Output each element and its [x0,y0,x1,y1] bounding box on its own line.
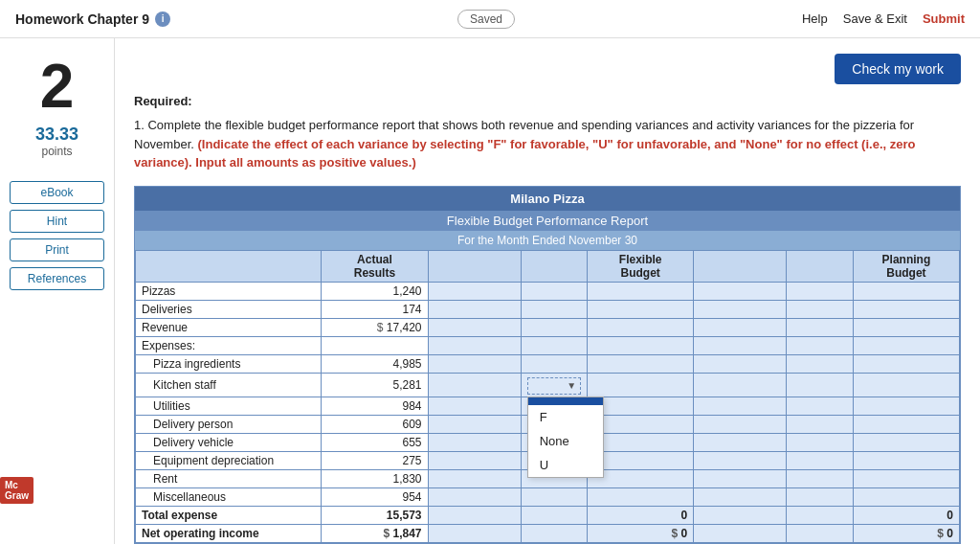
input-ind1-pizzas[interactable] [527,284,581,298]
input-ind1-deliveries[interactable] [527,303,581,316]
input-plan-equipment-depreciation[interactable] [859,454,953,467]
input-flex-miscellaneous[interactable] [593,490,687,504]
table-row-expenses-header: Expenses: [136,336,960,354]
info-icon[interactable]: i [155,11,170,27]
input-var1-utilities[interactable] [434,399,515,413]
input-var1-net-income[interactable] [434,527,515,540]
references-button[interactable]: References [10,267,104,290]
input-ind2-net-income[interactable] [792,527,846,540]
input-ind2-equipment-depreciation[interactable] [792,454,846,467]
print-button[interactable]: Print [10,238,104,261]
input-var1-total-expense[interactable] [434,509,515,522]
input-var2-pizzas[interactable] [700,284,780,298]
input-ind2-pizzas[interactable] [792,284,846,298]
input-ind2-pizza-ingredients[interactable] [792,357,846,371]
input-plan-utilities[interactable] [859,399,953,413]
dropdown-item-none[interactable]: None [528,429,603,453]
input-var1-delivery-vehicle[interactable] [434,436,515,449]
input-var2-kitchen-staff[interactable] [700,378,780,392]
input-flex-deliveries[interactable] [593,303,687,316]
check-work-row: Check my work [134,54,961,84]
input-plan-revenue[interactable] [859,321,953,334]
input-var2-deliveries[interactable] [700,303,780,316]
hint-button[interactable]: Hint [10,210,104,233]
row-var1-pizzas[interactable] [428,282,521,300]
input-var2-delivery-vehicle[interactable] [700,436,780,449]
input-ind2-total-expense[interactable] [792,509,846,522]
input-flex-pizzas[interactable] [593,284,687,298]
input-plan-pizzas[interactable] [859,284,953,298]
row-ind1-pizzas[interactable] [521,282,587,300]
input-ind1-miscellaneous[interactable] [527,490,581,504]
dropdown-item-u[interactable]: U [528,453,603,477]
row-var2-pizzas[interactable] [694,282,787,300]
help-link[interactable]: Help [802,11,828,26]
input-var2-total-expense[interactable] [700,509,780,522]
input-var2-pizza-ingredients[interactable] [700,357,780,371]
input-flex-kitchen-staff[interactable] [593,378,687,392]
input-var1-miscellaneous[interactable] [434,490,515,504]
row-label-net-income: Net operating income [136,524,322,542]
input-ind1-net-income[interactable] [527,527,581,540]
check-my-work-button[interactable]: Check my work [835,54,961,84]
dropdown-item-f[interactable]: F [528,405,603,429]
input-var1-delivery-person[interactable] [434,418,515,431]
input-ind2-rent[interactable] [792,472,846,486]
input-plan-rent[interactable] [859,472,953,486]
mcgraw-logo: McGraw [0,477,33,504]
input-plan-pizza-ingredients[interactable] [859,357,953,371]
row-ind2-pizzas[interactable] [787,282,853,300]
input-flex-pizza-ingredients[interactable] [593,357,687,371]
dropdown-trigger[interactable]: ▼ [527,377,581,395]
row-label-delivery-person: Delivery person [136,415,322,433]
input-ind2-delivery-vehicle[interactable] [792,436,846,449]
input-ind1-total-expense[interactable] [527,509,581,522]
input-flex-rent[interactable] [593,472,687,486]
input-flex-utilities[interactable] [593,399,687,413]
row-plan-pizzas[interactable] [853,282,959,300]
input-plan-delivery-vehicle[interactable] [859,436,953,449]
input-var2-utilities[interactable] [700,399,780,413]
col-header-actual: ActualResults [322,250,428,282]
input-ind1-pizza-ingredients[interactable] [527,357,581,371]
input-var2-net-income[interactable] [700,527,780,540]
dropdown-cell-kitchen-staff[interactable]: ▼ F None U [521,373,587,397]
row-actual-net-income: $ 1,847 [322,524,428,542]
row-label-expenses: Expenses: [136,336,322,354]
input-flex-equipment-depreciation[interactable] [593,454,687,467]
row-label-rent: Rent [136,469,322,487]
input-var1-kitchen-staff[interactable] [434,378,515,392]
input-var2-revenue[interactable] [700,321,780,334]
input-var1-pizzas[interactable] [434,284,515,298]
input-var2-miscellaneous[interactable] [700,490,780,504]
input-var2-rent[interactable] [700,472,780,486]
input-var1-rent[interactable] [434,472,515,486]
input-flex-revenue[interactable] [593,321,687,334]
input-plan-delivery-person[interactable] [859,418,953,431]
input-var1-deliveries[interactable] [434,303,515,316]
input-ind2-revenue[interactable] [792,321,846,334]
input-plan-kitchen-staff[interactable] [859,378,953,392]
input-var1-equipment-depreciation[interactable] [434,454,515,467]
input-ind2-kitchen-staff[interactable] [792,378,846,392]
input-var2-delivery-person[interactable] [700,418,780,431]
input-ind2-utilities[interactable] [792,399,846,413]
input-plan-miscellaneous[interactable] [859,490,953,504]
input-ind2-deliveries[interactable] [792,303,846,316]
input-plan-deliveries[interactable] [859,303,953,316]
row-label-equipment-depreciation: Equipment depreciation [136,451,322,469]
ebook-button[interactable]: eBook [10,181,104,204]
row-actual-pizzas: 1,240 [322,282,428,300]
input-var1-pizza-ingredients[interactable] [434,357,515,371]
input-ind1-revenue[interactable] [527,321,581,334]
submit-button[interactable]: Submit [923,11,965,26]
input-flex-delivery-person[interactable] [593,418,687,431]
row-flex-pizzas[interactable] [588,282,694,300]
input-var1-revenue[interactable] [434,321,515,334]
save-exit-button[interactable]: Save & Exit [843,11,907,26]
row-label-utilities: Utilities [136,397,322,415]
input-flex-delivery-vehicle[interactable] [593,436,687,449]
input-ind2-miscellaneous[interactable] [792,490,846,504]
input-var2-equipment-depreciation[interactable] [700,454,780,467]
input-ind2-delivery-person[interactable] [792,418,846,431]
